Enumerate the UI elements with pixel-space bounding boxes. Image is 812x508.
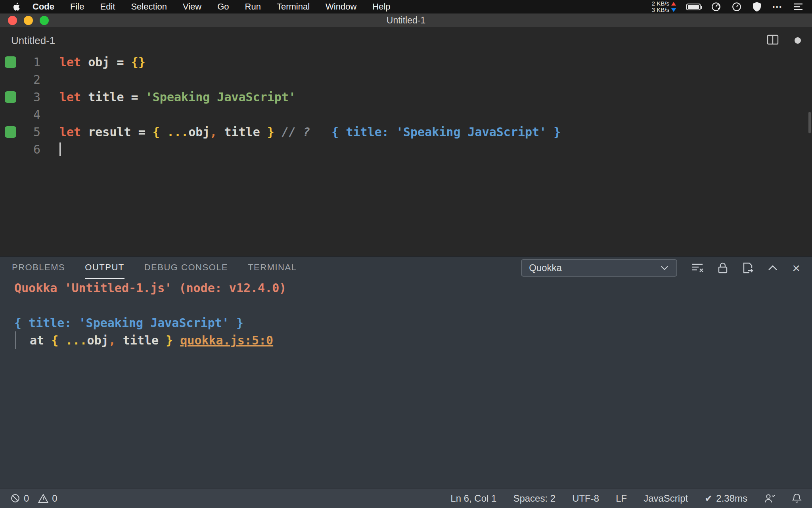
chevron-down-icon xyxy=(660,265,669,271)
editor-lines: 1let obj = {}23let title = 'Speaking Jav… xyxy=(0,53,812,158)
panel-tools: Quokka × xyxy=(521,259,800,277)
problems-status[interactable]: 0 0 xyxy=(10,493,57,504)
code-editor[interactable]: 1let obj = {}23let title = 'Speaking Jav… xyxy=(0,53,812,256)
menu-item-edit[interactable]: Edit xyxy=(92,0,123,13)
code-line-text xyxy=(59,142,61,156)
upload-arrow-icon xyxy=(671,2,676,6)
bottom-panel: PROBLEMSOUTPUTDEBUG CONSOLETERMINAL Quok… xyxy=(0,256,812,488)
menu-item-run[interactable]: Run xyxy=(237,0,269,13)
close-window-button[interactable] xyxy=(8,16,17,25)
code-token: title = xyxy=(81,90,146,104)
panel-tab-debug-console[interactable]: DEBUG CONSOLE xyxy=(144,257,228,279)
open-output-in-editor-icon[interactable] xyxy=(742,262,753,274)
code-line-2[interactable]: 2 xyxy=(0,71,812,88)
line-number: 3 xyxy=(22,90,40,104)
lock-scroll-icon[interactable] xyxy=(718,262,728,274)
list-icon[interactable] xyxy=(793,2,803,11)
vscode-window: Code FileEditSelectionViewGoRunTerminalW… xyxy=(0,0,812,508)
code-line-text: let title = 'Speaking JavaScript' xyxy=(59,90,296,104)
network-down-label: 3 KB/s xyxy=(652,7,669,13)
encoding-status[interactable]: UTF-8 xyxy=(572,493,599,504)
error-icon xyxy=(10,493,20,503)
output-line: { title: 'Speaking JavaScript' } xyxy=(14,314,812,331)
panel-header: PROBLEMSOUTPUTDEBUG CONSOLETERMINAL Quok… xyxy=(0,257,812,279)
warning-icon xyxy=(38,494,48,503)
output-line: at { ...obj, title } quokka.js:5:0 xyxy=(15,331,812,349)
indentation-status[interactable]: Spaces: 2 xyxy=(513,493,555,504)
text-cursor xyxy=(59,142,61,156)
menu-item-window[interactable]: Window xyxy=(318,0,364,13)
line-number: 6 xyxy=(22,142,40,156)
timer-icon[interactable] xyxy=(732,2,742,12)
shield-icon[interactable] xyxy=(752,2,762,12)
quokka-time-value: 2.38ms xyxy=(716,493,747,504)
language-mode-status[interactable]: JavaScript xyxy=(643,493,688,504)
menu-item-help[interactable]: Help xyxy=(364,0,398,13)
apple-menu-icon[interactable] xyxy=(11,2,21,12)
statusbar-left: 0 0 xyxy=(10,493,57,504)
eol-status[interactable]: LF xyxy=(616,493,627,504)
window-titlebar[interactable]: Untitled-1 xyxy=(0,13,812,28)
network-up-label: 2 KB/s xyxy=(652,0,669,7)
code-token: at xyxy=(30,333,51,347)
status-bar: 0 0 Ln 6, Col 1 Spaces: 2 UTF-8 LF JavaS… xyxy=(0,488,812,508)
code-token: { xyxy=(153,125,167,139)
code-line-1[interactable]: 1let obj = {} xyxy=(0,53,812,71)
unsaved-indicator-dot[interactable] xyxy=(795,37,801,44)
clear-output-icon[interactable] xyxy=(691,263,703,273)
panel-output: Quokka 'Untitled-1.js' (node: v12.4.0){ … xyxy=(14,279,812,349)
output-line xyxy=(14,296,812,314)
quokka-time-status[interactable]: ✔ 2.38ms xyxy=(705,493,747,504)
line-number: 2 xyxy=(22,73,40,87)
output-console[interactable]: Quokka 'Untitled-1.js' (node: v12.4.0){ … xyxy=(0,279,812,488)
code-token: , xyxy=(210,125,217,139)
code-line-6[interactable]: 6 xyxy=(0,140,812,158)
error-count: 0 xyxy=(24,493,29,504)
swirl-icon[interactable] xyxy=(711,2,721,12)
split-editor-icon[interactable] xyxy=(767,34,779,47)
code-line-text: let result = { ...obj, title } // ? { ti… xyxy=(59,125,561,139)
menu-item-selection[interactable]: Selection xyxy=(123,0,175,13)
close-panel-icon[interactable]: × xyxy=(792,262,800,274)
code-token: , xyxy=(109,333,116,347)
code-line-3[interactable]: 3let title = 'Speaking JavaScript' xyxy=(0,88,812,106)
panel-tab-terminal[interactable]: TERMINAL xyxy=(248,257,297,279)
code-token: { xyxy=(51,333,65,347)
code-token: obj xyxy=(87,333,109,347)
more-status-icon[interactable]: ⋯ xyxy=(772,3,783,11)
battery-icon[interactable] xyxy=(686,4,701,10)
code-line-5[interactable]: 5let result = { ...obj, title } // ? { t… xyxy=(0,123,812,140)
output-source-link[interactable]: quokka.js:5:0 xyxy=(180,333,273,347)
code-line-text: let obj = {} xyxy=(59,55,146,69)
panel-tab-problems[interactable]: PROBLEMS xyxy=(12,257,65,279)
panel-tab-output[interactable]: OUTPUT xyxy=(85,257,124,279)
feedback-icon[interactable] xyxy=(764,493,775,504)
output-channel-dropdown[interactable]: Quokka xyxy=(521,259,677,277)
menu-item-file[interactable]: File xyxy=(62,0,92,13)
code-token: // ? xyxy=(274,125,310,139)
code-token: Quokka 'Untitled-1.js' (node: v12.4.0) xyxy=(14,281,286,295)
download-arrow-icon xyxy=(671,8,676,12)
editor-tab-bar: Untitled-1 xyxy=(0,28,812,53)
notifications-bell-icon[interactable] xyxy=(792,493,802,504)
quokka-coverage-indicator xyxy=(0,126,22,138)
minimize-window-button[interactable] xyxy=(24,16,33,25)
menu-item-view[interactable]: View xyxy=(175,0,209,13)
line-number: 4 xyxy=(22,108,40,121)
code-token: {} xyxy=(131,55,146,69)
menu-item-terminal[interactable]: Terminal xyxy=(269,0,318,13)
code-token: { title: 'Speaking JavaScript' } xyxy=(310,125,561,139)
menu-item-go[interactable]: Go xyxy=(209,0,237,13)
code-token: let xyxy=(59,55,81,69)
maximize-panel-icon[interactable] xyxy=(768,265,778,271)
tab-untitled-1[interactable]: Untitled-1 xyxy=(11,35,55,47)
panel-tabs: PROBLEMSOUTPUTDEBUG CONSOLETERMINAL xyxy=(12,257,297,279)
network-speed-indicator: 2 KB/s 3 KB/s xyxy=(652,0,676,13)
cursor-position-status[interactable]: Ln 6, Col 1 xyxy=(450,493,496,504)
code-line-4[interactable]: 4 xyxy=(0,106,812,123)
code-token: let xyxy=(59,90,81,104)
output-channel-value: Quokka xyxy=(529,262,562,273)
code-token: } xyxy=(166,333,180,347)
zoom-window-button[interactable] xyxy=(40,16,49,25)
menu-item-code[interactable]: Code xyxy=(25,0,62,13)
